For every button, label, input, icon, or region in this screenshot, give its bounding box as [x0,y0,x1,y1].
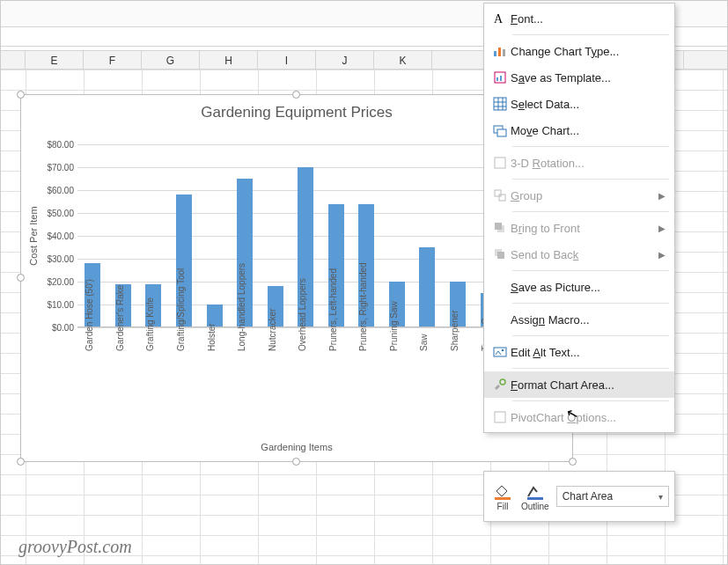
menu-font[interactable]: A Font... [484,5,674,32]
menu-select-data[interactable]: Select Data... [484,91,674,117]
menu-change-chart-type[interactable]: Change Chart Type... [484,38,674,64]
menu-assign-macro[interactable]: Assign Macro... [484,306,674,333]
y-tick-label: $70.00 [47,163,74,172]
svg-rect-20 [497,252,504,259]
svg-rect-24 [495,412,505,422]
fill-label: Fill [497,502,509,511]
menu-group: Group ▶ [484,182,674,209]
pivot-icon [489,410,511,424]
resize-handle[interactable] [17,458,25,466]
y-tick-label: $60.00 [47,186,74,195]
y-tick-label: $50.00 [47,209,74,218]
menu-send-to-back: Send to Back ▶ [484,241,674,268]
y-axis-ticks: $0.00$10.00$20.00$30.00$40.00$50.00$60.0… [42,144,77,327]
resize-handle[interactable] [17,91,25,99]
col-header[interactable]: H [200,51,258,69]
menu-separator [512,34,669,35]
y-axis-label[interactable]: Cost Per Item [26,144,40,327]
alt-text-icon [489,345,511,359]
col-header[interactable]: I [258,51,316,69]
svg-point-22 [502,349,504,352]
bar-series[interactable] [77,144,504,327]
bar[interactable] [419,247,435,327]
menu-label: 3-D Rotation... [511,157,665,170]
x-axis-labels: Garden Hose (50')Gardener's RakeGrafting… [77,331,504,437]
x-tick-label: Grafting Knife [145,335,155,351]
svg-rect-21 [494,348,506,356]
chart-element-selector[interactable]: Chart Area ▾ [556,486,669,507]
menu-label: Font... [511,12,665,26]
x-tick-label: Pruners, Right-handed [358,335,368,351]
format-icon [489,378,511,392]
menu-separator [512,303,669,304]
col-header[interactable]: E [26,51,84,69]
col-header[interactable]: F [84,51,142,69]
svg-rect-16 [499,194,505,201]
x-tick-label: Garden Hose (50') [85,335,94,351]
menu-move-chart[interactable]: Move Chart... [484,117,674,143]
x-tick-label: Saw [419,335,429,351]
svg-rect-7 [494,98,506,110]
submenu-arrow-icon: ▶ [658,224,665,233]
svg-rect-14 [495,158,505,168]
menu-3d-rotation: 3-D Rotation... [484,150,674,176]
svg-point-23 [500,379,505,385]
resize-handle[interactable] [292,91,300,99]
select-data-icon [489,97,511,111]
resize-handle[interactable] [569,458,577,466]
menu-separator [512,368,669,369]
menu-label: Move Chart... [511,124,665,137]
y-tick-label: $20.00 [47,277,74,287]
outline-icon [526,482,545,502]
svg-rect-13 [497,129,506,136]
col-header[interactable]: J [316,51,374,69]
x-tick-label: Gardener's Rake [115,335,125,351]
menu-label: Edit Alt Text... [511,346,665,359]
col-header[interactable]: K [374,51,432,69]
x-axis-label[interactable]: Gardening Items [21,442,572,452]
y-tick-label: $30.00 [47,254,74,264]
x-tick-label: Sharpener [450,335,460,351]
font-icon: A [489,11,511,26]
bring-front-icon [489,221,511,235]
menu-label: Group [511,189,658,202]
menu-label: PivotChart Options... [511,411,665,424]
menu-pivotchart-options: PivotChart Options... [484,404,674,430]
watermark: groovyPost.com [18,537,132,557]
x-tick-label: Long-handled Loppers [237,335,246,351]
menu-save-as-picture[interactable]: Save as Picture... [484,274,674,300]
x-tick-label: Overhead Loppers [298,335,307,351]
outline-button[interactable]: Outline [518,481,553,513]
menu-save-as-template[interactable]: Save as Template... [484,64,674,91]
col-header[interactable]: G [142,51,200,69]
resize-handle[interactable] [292,458,300,466]
x-tick-label: Holster [207,335,217,351]
menu-bring-to-front: Bring to Front ▶ [484,215,674,241]
svg-rect-3 [503,49,505,56]
outline-label: Outline [521,502,549,511]
rotation-icon [489,156,511,170]
menu-separator [512,211,669,212]
move-chart-icon [489,123,511,137]
menu-separator [512,270,669,271]
y-tick-label: $40.00 [47,231,74,241]
resize-handle[interactable] [17,274,25,282]
template-icon [489,70,511,84]
svg-rect-25 [495,497,511,500]
menu-label: Bring to Front [511,222,658,235]
menu-label: Send to Back [511,248,658,261]
menu-separator [512,179,669,180]
plot-area[interactable] [77,144,504,327]
menu-label: Change Chart Type... [511,45,665,58]
svg-rect-18 [495,223,502,230]
svg-rect-15 [495,190,501,196]
chart-context-menu: A Font... Change Chart Type... Save as T… [483,3,675,433]
menu-edit-alt-text[interactable]: Edit Alt Text... [484,339,674,365]
x-tick-label: Nutcracker [268,335,277,351]
fill-button[interactable]: Fill [489,481,516,513]
menu-separator [512,335,669,336]
x-axis-line [77,327,504,327]
menu-format-chart-area[interactable]: Format Chart Area... [484,371,674,398]
col-header-blank [1,51,26,69]
svg-text:A: A [494,12,504,26]
